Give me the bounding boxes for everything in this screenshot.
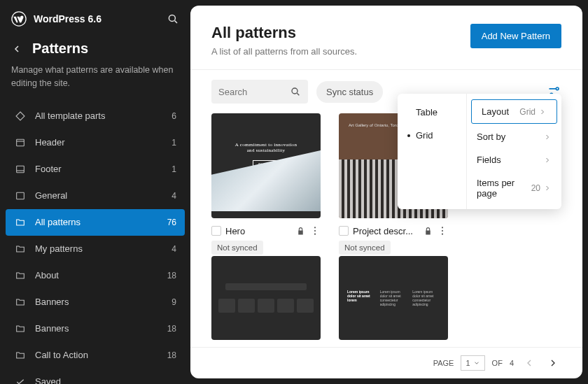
more-icon[interactable] [437,225,448,236]
svg-point-8 [314,227,316,228]
folder-icon [14,297,27,308]
footer-icon [14,164,27,175]
sidebar-item-my-patterns[interactable]: My patterns4 [6,236,185,262]
sidebar-item-all-template-parts[interactable]: All template parts6 [6,103,185,129]
page-label: PAGE [433,359,454,367]
page-subtitle: A list of all patterns from all sources. [211,46,357,57]
diamond-icon [14,111,27,122]
general-icon [14,190,27,201]
sync-status-filter[interactable]: Sync status [316,81,383,103]
svg-point-1 [169,15,175,21]
sidebar-item-footer[interactable]: Footer1 [6,156,185,183]
svg-point-5 [292,88,298,94]
page-title: All patterns [211,24,357,42]
pattern-card[interactable]: Lorem ipsum dolor sit amet loremLorem ip… [339,256,448,340]
svg-point-10 [314,234,316,235]
sidebar-item-banners[interactable]: Banners18 [6,315,185,342]
sync-badge: Not synced [339,241,391,255]
header-icon [14,137,27,148]
layout-option-grid[interactable]: Grid [398,124,466,147]
sidebar: WordPress 6.6 Patterns Manage what patte… [0,0,190,384]
svg-point-13 [442,234,443,235]
sidebar-item-general[interactable]: General4 [6,183,185,209]
view-setting-sort-by[interactable]: Sort by [467,125,561,148]
sidebar-item-call-to-action[interactable]: Call to Action18 [6,342,185,369]
site-brand[interactable]: WordPress 6.6 [11,11,102,27]
folder-icon [14,217,27,228]
sidebar-item-all-patterns[interactable]: All patterns76 [6,209,185,236]
search-field[interactable] [211,80,308,104]
page-select[interactable]: 1 [461,355,484,371]
folder-icon [14,323,27,334]
sidebar-item-about[interactable]: About18 [6,262,185,289]
sidebar-item-banners[interactable]: Banners9 [6,289,185,315]
sidebar-saved[interactable]: Saved [6,369,185,385]
svg-point-11 [442,227,443,228]
view-setting-items-per-page[interactable]: Items per page20 [467,171,561,205]
checkbox[interactable] [211,226,221,236]
view-setting-fields[interactable]: Fields [467,148,561,171]
pattern-card[interactable] [211,256,321,340]
card-title: Hero [225,226,292,236]
next-page-button[interactable] [545,355,561,371]
folder-icon [14,243,27,255]
sidebar-item-header[interactable]: Header1 [6,129,185,156]
main-panel: All patterns A list of all patterns from… [190,6,582,378]
check-icon [14,376,27,385]
svg-point-12 [442,230,443,232]
wordpress-logo-icon [11,11,27,27]
layout-option-table[interactable]: Table [398,101,466,124]
view-setting-layout[interactable]: LayoutGrid [471,99,557,124]
brand-text: WordPress 6.6 [34,13,102,24]
svg-rect-3 [17,166,24,172]
search-icon[interactable] [167,13,179,25]
folder-icon [14,270,27,281]
svg-point-9 [314,230,316,232]
back-chevron-icon[interactable] [11,43,22,55]
checkbox[interactable] [339,226,349,236]
add-new-pattern-button[interactable]: Add New Pattern [470,24,561,48]
pagination: PAGE 1 OF 4 [190,347,582,378]
svg-rect-4 [17,192,24,199]
search-input[interactable] [218,87,290,97]
folder-icon [14,350,27,361]
lock-icon [296,227,305,236]
svg-point-6 [556,87,559,90]
prev-page-button[interactable] [521,355,538,371]
svg-rect-2 [17,139,24,145]
lock-icon [424,227,433,236]
sidebar-title: Patterns [32,41,88,57]
sidebar-description: Manage what patterns are available when … [0,64,190,103]
more-icon[interactable] [309,225,321,236]
sync-badge: Not synced [211,241,263,255]
card-title: Project descr... [353,226,419,236]
pattern-card[interactable]: A commitment to innovationand sustainabi… [211,113,321,255]
search-icon [290,86,301,97]
view-options-popover: TableGrid LayoutGridSort byFieldsItems p… [398,94,561,209]
